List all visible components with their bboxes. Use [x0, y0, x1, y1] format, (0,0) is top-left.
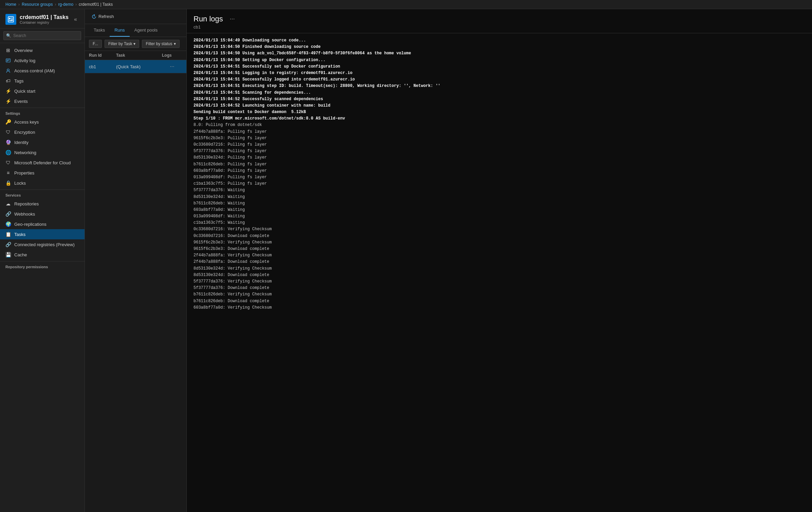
- access-control-icon: [5, 68, 11, 73]
- refresh-button[interactable]: Refresh: [89, 13, 117, 20]
- breadcrumb-home[interactable]: Home: [5, 2, 16, 7]
- sidebar-item-events[interactable]: ⚡ Events: [0, 96, 85, 106]
- sidebar-item-label-defender: Microsoft Defender for Cloud: [14, 160, 71, 165]
- log-line: 2f44b7a888fa: Verifying Checksum: [193, 252, 805, 259]
- log-line: 8.0: Pulling from dotnet/sdk: [193, 122, 805, 128]
- sidebar-item-label-properties: Properties: [14, 170, 34, 176]
- sidebar-item-label-networking: Networking: [14, 150, 36, 155]
- identity-icon: 🔮: [5, 140, 11, 145]
- logs-title: Run logs: [193, 15, 223, 23]
- sidebar-item-overview[interactable]: ⊞ Overview: [0, 45, 85, 55]
- sidebar-item-label-quick-start: Quick start: [14, 89, 35, 94]
- services-section-label: Services: [0, 189, 85, 199]
- log-line: 0c33680d7216: Verifying Checksum: [193, 226, 805, 233]
- filter-status-chevron: ▾: [174, 41, 176, 46]
- log-line: 2024/01/13 15:04:49 Downloading source c…: [193, 37, 805, 44]
- log-line: 603a8bf77a0d: Waiting: [193, 207, 805, 213]
- sidebar-item-cache[interactable]: 💾 Cache: [0, 250, 85, 260]
- filter-status-button[interactable]: Filter by status ▾: [142, 40, 179, 48]
- log-line: 5f37777da376: Download complete: [193, 285, 805, 291]
- quick-start-icon: ⚡: [5, 88, 11, 94]
- sidebar-collapse-button[interactable]: «: [72, 16, 79, 23]
- sidebar-title-text: crdemotf01 | Tasks Container registry: [20, 14, 69, 24]
- activity-log-icon: [5, 58, 11, 63]
- log-line: 603a8bf77a0d: Verifying Checksum: [193, 305, 805, 311]
- sidebar-item-label-connected-registries: Connected registries (Preview): [14, 242, 75, 247]
- tasks-icon: 📋: [5, 232, 11, 237]
- sidebar-item-identity[interactable]: 🔮 Identity: [0, 137, 85, 147]
- panel-tabs: Tasks Runs Agent pools: [85, 24, 186, 37]
- geo-replications-icon: 🌍: [5, 221, 11, 227]
- tab-tasks[interactable]: Tasks: [89, 24, 110, 37]
- sidebar-item-access-control[interactable]: Access control (IAM): [0, 66, 85, 76]
- search-input[interactable]: [3, 31, 81, 40]
- log-line: 8d53130e324d: Pulling fs layer: [193, 154, 805, 161]
- log-line: 603a8bf77a0d: Pulling fs layer: [193, 168, 805, 174]
- properties-icon: ≡: [5, 170, 11, 176]
- breadcrumb-rg-demo[interactable]: rg-demo: [58, 2, 73, 7]
- right-panel: Run logs ··· cb1 2024/01/13 15:04:49 Dow…: [187, 9, 812, 512]
- sidebar-item-label-events: Events: [14, 99, 28, 104]
- log-line: c1ba1363c7f5: Waiting: [193, 220, 805, 226]
- sidebar-item-quick-start[interactable]: ⚡ Quick start: [0, 86, 85, 96]
- sidebar-item-label-tasks: Tasks: [14, 232, 25, 237]
- filter-task-chevron: ▾: [133, 41, 135, 46]
- log-line: 9615f6c2b3e3: Pulling fs layer: [193, 135, 805, 142]
- filter-task-label: Filter by Task: [108, 41, 132, 46]
- sidebar-item-tags[interactable]: 🏷 Tags: [0, 76, 85, 86]
- log-line: b7611c826deb: Pulling fs layer: [193, 161, 805, 168]
- repo-permissions-section-label: Repository permissions: [0, 261, 85, 270]
- sidebar-item-locks[interactable]: 🔒 Locks: [0, 178, 85, 188]
- sidebar-item-defender[interactable]: 🛡 Microsoft Defender for Cloud: [0, 158, 85, 168]
- access-control-svg: [6, 68, 11, 73]
- sidebar-item-geo-replications[interactable]: 🌍 Geo-replications: [0, 219, 85, 229]
- log-line: b7611c826deb: Download complete: [193, 298, 805, 305]
- sidebar-item-networking[interactable]: 🌐 Networking: [0, 147, 85, 158]
- tab-runs[interactable]: Runs: [110, 24, 129, 37]
- filter-text-button[interactable]: F...: [89, 40, 102, 48]
- middle-panel: Refresh Tasks Runs Agent pools F... Filt…: [85, 9, 187, 512]
- sidebar-item-label-access-keys: Access keys: [14, 120, 39, 125]
- log-line: 2024/01/13 15:04:51 Logging in to regist…: [193, 70, 805, 76]
- log-line: 2024/01/13 15:04:51 Successfully set up …: [193, 63, 805, 70]
- sidebar-item-label-encryption: Encryption: [14, 130, 35, 135]
- sidebar-item-webhooks[interactable]: 🔗 Webhooks: [0, 209, 85, 219]
- table-row[interactable]: cb1 (Quick Task) ···: [85, 60, 186, 73]
- overview-icon: ⊞: [5, 48, 11, 53]
- log-line: 2f44b7a888fa: Pulling fs layer: [193, 129, 805, 135]
- networking-icon: 🌐: [5, 150, 11, 155]
- log-line: 5f37777da376: Waiting: [193, 187, 805, 194]
- tab-agent-pools[interactable]: Agent pools: [130, 24, 163, 37]
- sidebar-item-access-keys[interactable]: 🔑 Access keys: [0, 117, 85, 127]
- breadcrumb-resource-groups[interactable]: Resource groups: [22, 2, 53, 7]
- row-more-button[interactable]: ···: [162, 63, 182, 70]
- log-line: 5f37777da376: Pulling fs layer: [193, 148, 805, 154]
- log-line: b7611c826deb: Waiting: [193, 200, 805, 207]
- log-line: c1ba1363c7f5: Pulling fs layer: [193, 181, 805, 187]
- svg-rect-0: [8, 17, 14, 22]
- log-line: 2024/01/13 15:04:51 Scanning for depende…: [193, 90, 805, 96]
- main-layout: crdemotf01 | Tasks Container registry « …: [0, 9, 812, 512]
- sidebar-item-properties[interactable]: ≡ Properties: [0, 168, 85, 178]
- logs-content: 2024/01/13 15:04:49 Downloading source c…: [187, 33, 812, 512]
- log-line: 0c33680d7216: Download complete: [193, 233, 805, 239]
- sidebar-item-label-tags: Tags: [14, 78, 23, 84]
- sidebar-item-label-repositories: Repositories: [14, 201, 39, 206]
- sidebar-item-connected-registries[interactable]: 🔗 Connected registries (Preview): [0, 239, 85, 250]
- logs-more-button[interactable]: ···: [227, 14, 238, 24]
- sidebar-item-activity-log[interactable]: Activity log: [0, 55, 85, 66]
- refresh-icon: [92, 14, 96, 19]
- filter-task-button[interactable]: Filter by Task ▾: [105, 40, 139, 48]
- sidebar-nav: ⊞ Overview Activity log: [0, 43, 85, 512]
- sidebar-item-label-webhooks: Webhooks: [14, 212, 35, 217]
- sidebar-item-tasks[interactable]: 📋 Tasks: [0, 229, 85, 239]
- sidebar-item-repositories[interactable]: ☁ Repositories: [0, 199, 85, 209]
- sidebar-item-encryption[interactable]: 🛡 Encryption: [0, 127, 85, 137]
- sidebar-item-label-activity-log: Activity log: [14, 58, 35, 63]
- log-line: 8d53130e324d: Download complete: [193, 272, 805, 278]
- logs-header: Run logs ··· cb1: [187, 9, 812, 33]
- log-line: 8d53130e324d: Verifying Checksum: [193, 266, 805, 272]
- filter-bar: F... Filter by Task ▾ Filter by status ▾: [85, 37, 186, 51]
- breadcrumb-current: crdemotf01 | Tasks: [79, 2, 113, 7]
- sidebar: crdemotf01 | Tasks Container registry « …: [0, 9, 85, 512]
